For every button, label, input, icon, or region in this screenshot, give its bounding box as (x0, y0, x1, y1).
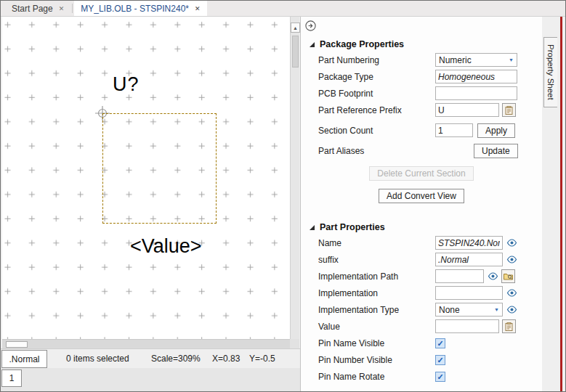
page-tab-1[interactable]: 1 (1, 369, 22, 387)
update-button[interactable]: Update (474, 144, 518, 158)
add-convert-view-button[interactable]: Add Convert View (379, 189, 464, 203)
property-sheet-panel: Package Properties Part Numbering Numeri… (300, 17, 542, 392)
section-count-label: Section Count (318, 126, 435, 136)
close-icon[interactable]: ✕ (59, 5, 65, 12)
part-properties-header[interactable]: Part Properties (301, 221, 542, 233)
row-part-aliases: Part Aliases Update (301, 142, 542, 159)
row-part-numbering: Part Numbering Numeric ▼ (301, 52, 542, 68)
row-pin-name-rotate: Pin Name Rotate ✓ (301, 368, 542, 385)
pin-name-visible-checkbox[interactable]: ✓ (435, 338, 445, 348)
part-body-selection-rect[interactable] (102, 113, 217, 224)
folder-search-icon (504, 272, 513, 280)
browse-path-button[interactable] (501, 269, 515, 283)
row-implementation: Implementation (301, 285, 542, 301)
part-reference-prefix-input[interactable] (435, 103, 499, 117)
up-arrow-icon: ▲ (293, 25, 298, 30)
panel-edge-accent (560, 17, 562, 392)
clipboard-icon (505, 322, 513, 331)
panel-expander-icon[interactable] (305, 20, 316, 31)
name-visibility-eye-icon[interactable] (506, 239, 517, 247)
delete-current-section-button[interactable]: Delete Current Section (369, 166, 473, 181)
clipboard-icon (505, 106, 513, 115)
part-value-text[interactable]: <Value> (130, 235, 202, 258)
horizontal-scroll-thumb[interactable] (6, 341, 28, 348)
scale-status: Scale=309% (151, 354, 201, 364)
part-reference-text[interactable]: U? (113, 73, 140, 96)
status-bar: .Normal 0 items selected Scale=309% X=0.… (1, 348, 300, 368)
tab-library-editor-label: MY_LIB.OLB - STSPIN240* (81, 4, 189, 14)
chevron-down-icon: ▼ (494, 307, 499, 312)
canvas-vertical-scrollbar[interactable]: ▲ (290, 17, 299, 339)
pin-name-rotate-label: Pin Name Rotate (318, 372, 435, 382)
section-title: Part Properties (320, 222, 385, 232)
value-input[interactable] (435, 319, 499, 333)
tab-separator (72, 4, 73, 13)
assign-value-button[interactable] (502, 319, 516, 333)
part-numbering-label: Part Numbering (318, 55, 435, 65)
check-icon: ✓ (437, 356, 443, 364)
pcb-footprint-input[interactable] (435, 86, 517, 100)
pin-number-visible-checkbox[interactable]: ✓ (435, 355, 445, 365)
tab-start-page[interactable]: Start Page ✕ (5, 1, 70, 16)
pin-name-rotate-checkbox[interactable]: ✓ (435, 372, 445, 382)
collapse-triangle-icon (310, 42, 315, 47)
apply-button[interactable]: Apply (477, 123, 515, 138)
row-name: Name (301, 234, 542, 251)
implementation-path-visibility-eye-icon[interactable] (488, 272, 498, 280)
chevron-down-icon: ▼ (509, 57, 514, 62)
row-package-type: Package Type (301, 68, 542, 85)
name-input[interactable] (435, 236, 503, 250)
tab-start-page-label: Start Page (12, 4, 53, 14)
row-value: Value (301, 318, 542, 335)
row-add-convert-view: Add Convert View (301, 187, 542, 204)
part-aliases-label: Part Aliases (318, 146, 435, 156)
implementation-input[interactable] (435, 286, 503, 300)
pin-number-visible-label: Pin Number Visible (318, 355, 435, 365)
cursor-y-status: Y=-0.5 (249, 354, 275, 364)
section-count-input[interactable] (435, 123, 473, 137)
package-type-input[interactable] (435, 70, 517, 83)
row-suffix: suffix (301, 251, 542, 268)
row-implementation-type: Implementation Type None ▼ (301, 301, 542, 318)
vertical-scroll-thumb[interactable] (292, 36, 299, 68)
scrollbar-corner (290, 339, 299, 348)
row-pin-name-visible: Pin Name Visible ✓ (301, 335, 542, 351)
tab-library-editor[interactable]: MY_LIB.OLB - STSPIN240* ✕ (74, 1, 206, 16)
implementation-type-value: None (439, 305, 460, 315)
row-part-reference-prefix: Part Reference Prefix (301, 102, 542, 118)
suffix-input[interactable] (435, 253, 503, 266)
page-tab-row: 1 (1, 368, 300, 392)
scroll-up-button[interactable]: ▲ (291, 23, 300, 33)
check-icon: ✓ (437, 372, 443, 381)
pin-name-visible-label: Pin Name Visible (318, 338, 435, 348)
package-properties-header[interactable]: Package Properties (301, 38, 542, 50)
panel-tab-strip: Property Sheet (542, 17, 560, 392)
assign-prefix-button[interactable] (502, 103, 516, 117)
suffix-visibility-eye-icon[interactable] (506, 256, 517, 264)
row-delete-section: Delete Current Section (301, 165, 542, 181)
property-sheet-side-tab[interactable]: Property Sheet (543, 37, 557, 107)
close-icon[interactable]: ✕ (195, 5, 201, 12)
collapse-triangle-icon (310, 225, 315, 230)
schematic-canvas[interactable]: U? <Value> (2, 17, 290, 339)
section-title: Package Properties (320, 39, 404, 49)
implementation-path-input[interactable] (435, 269, 484, 283)
name-label: Name (318, 238, 435, 248)
document-tabbar: Start Page ✕ MY_LIB.OLB - STSPIN240* ✕ (1, 1, 565, 17)
row-section-count: Section Count Apply (301, 122, 542, 139)
row-pcb-footprint: PCB Footprint (301, 85, 542, 102)
implementation-visibility-eye-icon[interactable] (506, 289, 517, 297)
pcb-footprint-label: PCB Footprint (318, 89, 435, 99)
part-numbering-value: Numeric (439, 55, 472, 65)
section-tab-normal[interactable]: .Normal (1, 350, 47, 368)
package-type-label: Package Type (318, 72, 435, 82)
part-reference-prefix-label: Part Reference Prefix (318, 105, 435, 115)
check-icon: ✓ (437, 339, 443, 348)
implementation-type-select[interactable]: None ▼ (435, 303, 503, 317)
implementation-label: Implementation (318, 288, 435, 298)
implementation-type-visibility-eye-icon[interactable] (506, 306, 517, 314)
canvas-horizontal-scrollbar[interactable] (2, 339, 290, 348)
value-label: Value (318, 322, 435, 332)
implementation-path-label: Implementation Path (318, 271, 435, 282)
part-numbering-select[interactable]: Numeric ▼ (435, 53, 517, 67)
